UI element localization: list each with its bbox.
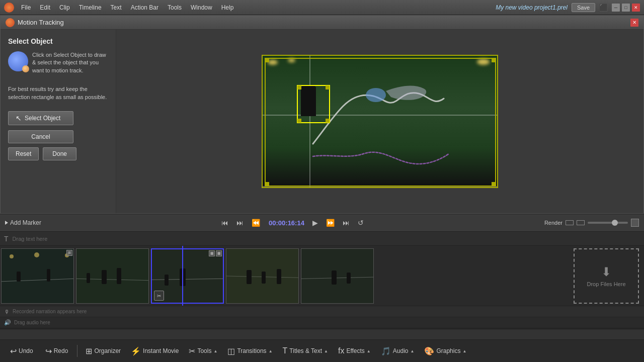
add-marker-label: Add Marker [10, 219, 41, 226]
effects-button[interactable]: fx Effects ▲ [334, 344, 375, 357]
dialog-titlebar: Motion Tracking ✕ [1, 16, 643, 30]
fast-forward-button[interactable]: ⏩ [324, 218, 337, 228]
select-object-heading: Select Object [8, 37, 108, 45]
clip-visual [301, 249, 373, 303]
video-clip-4[interactable] [226, 248, 299, 304]
redo-icon: ↪ [45, 346, 52, 356]
dialog-content: Select Object Click on Select Object to … [1, 30, 643, 213]
redo-button[interactable]: ↪ Redo [40, 344, 73, 358]
instant-movie-icon: ⚡ [131, 346, 141, 356]
go-to-end-button[interactable]: ⏭ [341, 218, 352, 228]
corner-handle [492, 58, 496, 62]
text-track-icon: T [4, 235, 9, 243]
timeline-toolbar: Add Marker ⏮ ⏭ ⏪ 00:00:16:14 ▶ ⏩ ⏭ ↺ Ren… [0, 214, 644, 232]
svg-rect-16 [165, 275, 169, 286]
titles-label: Titles & Text [289, 347, 322, 354]
title-bar-left: File Edit Clip Timeline Text Action Bar … [4, 3, 237, 13]
video-clip-2[interactable] [76, 248, 149, 304]
clips-container: ⊞ [0, 246, 375, 306]
menu-help[interactable]: Help [217, 3, 238, 12]
organizer-button[interactable]: ⊞ Organizer [82, 344, 125, 358]
menu-timeline[interactable]: Timeline [75, 3, 106, 12]
clip-thumbnail-5 [301, 249, 373, 303]
menu-file[interactable]: File [17, 3, 35, 12]
instant-movie-button[interactable]: ⚡ Instant Movie [127, 344, 183, 358]
menu-text[interactable]: Text [107, 3, 126, 12]
titles-text-button[interactable]: T Titles & Text ▲ [279, 344, 332, 357]
titles-dropdown-arrow: ▲ [324, 349, 328, 353]
svg-point-3 [10, 254, 14, 258]
clip-icon-a: ▦ [209, 250, 215, 256]
audio-speaker-icon: 🔊 [4, 319, 11, 326]
grid-button[interactable] [631, 219, 639, 227]
render-icon [566, 220, 574, 225]
effects-icon: fx [338, 346, 344, 355]
maximize-button[interactable]: □ [622, 4, 630, 12]
transitions-button[interactable]: ◫ Transitions ▲ [223, 344, 276, 358]
video-preview [116, 30, 643, 213]
instruction-text: Click on Select Object to draw & select … [32, 51, 108, 74]
svg-rect-10 [102, 270, 107, 284]
title-bar-right: My new video project1.prel Save ⬛ ─ □ ✕ [496, 3, 640, 12]
zoom-slider[interactable] [588, 222, 628, 224]
add-marker-button[interactable]: Add Marker [5, 219, 41, 226]
menu-actionbar[interactable]: Action Bar [127, 3, 163, 12]
menu-tools[interactable]: Tools [164, 3, 186, 12]
clip-thumbnail-3: ▦ ▦ ✂ [152, 249, 223, 303]
audio-dropdown-arrow: ▲ [410, 349, 414, 353]
rewind-button[interactable]: ⏪ [250, 218, 262, 228]
video-clip-3[interactable]: ▦ ▦ ✂ [151, 248, 224, 304]
menu-window[interactable]: Window [187, 3, 216, 12]
svg-rect-11 [117, 268, 121, 284]
video-clip-5[interactable] [301, 248, 374, 304]
audio-placeholder: Drag audio here [14, 320, 50, 325]
play-button[interactable]: ▶ [310, 218, 320, 228]
menu-edit[interactable]: Edit [36, 3, 54, 12]
corner-handle [265, 58, 269, 62]
timeline-right-controls: Render [544, 219, 639, 227]
redo-label: Redo [54, 347, 68, 354]
tools-button[interactable]: ✂ Tools ▲ [185, 344, 221, 358]
graphics-label: Graphics [436, 347, 460, 354]
save-button[interactable]: Save [572, 3, 595, 12]
best-results-text: For best results try and keep the select… [8, 85, 108, 101]
zoom-slider-handle [612, 220, 618, 226]
reset-done-row: Reset Done [8, 147, 108, 160]
audio-track: 🔊 Drag audio here [0, 317, 644, 328]
prev-frame-button[interactable]: ⏭ [234, 218, 246, 228]
reset-button[interactable]: Reset [8, 147, 39, 160]
timeline-scrollbar[interactable] [0, 328, 644, 330]
minimize-button[interactable]: ─ [612, 4, 620, 12]
drop-files-box[interactable]: ⬇ Drop Files Here [574, 248, 639, 304]
select-object-button[interactable]: ↖ Select Object [8, 111, 73, 125]
clip-thumbnail-4 [226, 249, 298, 303]
graphics-button[interactable]: 🎨 Graphics ▲ [420, 344, 470, 358]
narration-placeholder: Recorded narration appears here [13, 309, 87, 314]
audio-button[interactable]: 🎵 Audio ▲ [377, 344, 419, 358]
svg-rect-6 [17, 272, 21, 282]
dialog-title-text: Motion Tracking [18, 19, 64, 26]
tools-label: Tools [197, 347, 211, 354]
timeline-transport: ⏮ ⏭ ⏪ 00:00:16:14 ▶ ⏩ ⏭ ↺ [212, 218, 374, 228]
select-object-label: Select Object [25, 115, 60, 122]
narration-track: 🎙 Recorded narration appears here [0, 306, 644, 317]
effects-dropdown-arrow: ▲ [367, 349, 371, 353]
loop-button[interactable]: ↺ [356, 218, 366, 228]
menu-clip[interactable]: Clip [55, 3, 74, 12]
svg-rect-21 [277, 269, 281, 284]
window-controls: ─ □ ✕ [612, 4, 640, 12]
video-track: ⊞ [0, 246, 644, 306]
undo-button[interactable]: ↩ Undo [5, 344, 38, 358]
done-button[interactable]: Done [43, 147, 76, 160]
clip-visual [226, 249, 298, 303]
audio-label: Audio [393, 347, 409, 354]
cancel-button[interactable]: Cancel [8, 130, 73, 143]
instant-movie-label: Instant Movie [143, 347, 179, 354]
video-clip-1[interactable]: ⊞ [1, 248, 74, 304]
dialog-close-button[interactable]: ✕ [630, 19, 638, 27]
tools-icon: ✂ [189, 346, 195, 356]
close-button[interactable]: ✕ [632, 4, 640, 12]
go-to-start-button[interactable]: ⏮ [219, 218, 230, 228]
marker-triangle-icon [5, 221, 8, 225]
clip-visual [2, 249, 73, 303]
